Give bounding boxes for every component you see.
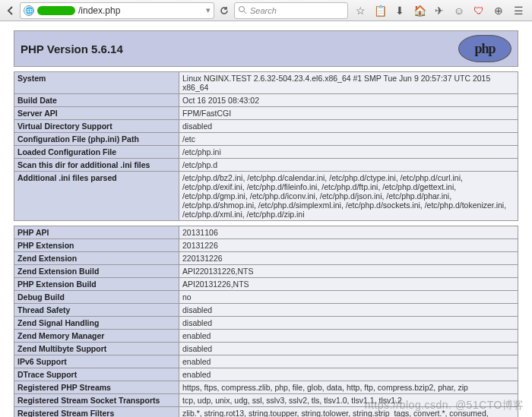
star-icon[interactable]: ☆	[354, 5, 366, 17]
url-redacted	[37, 6, 75, 15]
config-key: Scan this dir for additional .ini files	[14, 159, 179, 172]
config-key: PHP API	[14, 226, 179, 239]
config-value: disabled	[179, 304, 518, 317]
table-row: Server APIFPM/FastCGI	[14, 107, 518, 120]
config-value: disabled	[179, 317, 518, 330]
search-placeholder: Search	[250, 6, 277, 15]
config-value: Oct 16 2015 08:43:02	[179, 94, 518, 107]
table-row: Zend Multibyte Supportdisabled	[14, 343, 518, 355]
download-icon[interactable]: ⬇	[394, 5, 406, 17]
config-key: Zend Multibyte Support	[14, 343, 179, 355]
config-value: disabled	[179, 120, 518, 133]
table-row: IPv6 Supportenabled	[14, 355, 518, 368]
table-row: Virtual Directory Supportdisabled	[14, 120, 518, 133]
config-key: System	[14, 72, 179, 94]
send-icon[interactable]: ✈	[433, 5, 445, 17]
menu-icon[interactable]: ☰	[512, 5, 524, 17]
clipboard-icon[interactable]: 📋	[374, 5, 386, 17]
config-value: 20131106	[179, 226, 518, 239]
config-key: Thread Safety	[14, 304, 179, 317]
table-row: Zend Extension220131226	[14, 252, 518, 265]
table-row: Configuration File (php.ini) Path/etc	[14, 133, 518, 146]
table-row: Zend Memory Managerenabled	[14, 330, 518, 343]
table-row: Zend Extension BuildAPI220131226,NTS	[14, 265, 518, 278]
page-content: PHP Version 5.6.14 php SystemLinux NGINX…	[0, 30, 532, 417]
toolbar-icons: ☆ 📋 ⬇ 🏠 ✈ ☺ 🛡 ⊕ ☰	[350, 5, 529, 17]
config-key: Zend Signal Handling	[14, 317, 179, 330]
config-value: disabled	[179, 343, 518, 355]
table-row: Loaded Configuration File/etc/php.ini	[14, 146, 518, 159]
config-key: Zend Extension	[14, 252, 179, 265]
watermark: https://blog.csdn. @51CTO博客	[365, 399, 524, 412]
addon-icon[interactable]: ⊕	[492, 5, 505, 17]
config-value: enabled	[179, 330, 518, 343]
config-key: Server API	[14, 107, 179, 120]
config-key: Debug Build	[14, 291, 179, 304]
page-title: PHP Version 5.6.14	[21, 43, 123, 55]
config-value: enabled	[179, 368, 518, 381]
config-key: Zend Memory Manager	[14, 330, 179, 343]
table-row: DTrace Supportenabled	[14, 368, 518, 381]
face-icon[interactable]: ☺	[453, 5, 465, 17]
info-table-1: SystemLinux NGINX.TEST 2.6.32-504.23.4.e…	[14, 71, 518, 221]
config-key: Zend Extension Build	[14, 265, 179, 278]
reload-button[interactable]	[216, 5, 233, 16]
config-value: API20131226,NTS	[179, 278, 518, 291]
php-logo: php	[458, 35, 511, 62]
config-value: /etc/php.d	[179, 159, 518, 172]
shield-icon[interactable]: 🛡	[473, 5, 485, 17]
url-text: /index.php	[78, 5, 120, 16]
config-value: 20131226	[179, 239, 518, 252]
svg-line-1	[244, 11, 246, 14]
config-key: Loaded Configuration File	[14, 146, 179, 159]
table-row: Registered PHP Streamshttps, ftps, compr…	[14, 381, 518, 394]
config-key: PHP Extension	[14, 239, 179, 252]
url-bar[interactable]: 🌐 /index.php ▾	[20, 2, 214, 19]
config-value: API220131226,NTS	[179, 265, 518, 278]
config-value: enabled	[179, 355, 518, 368]
search-icon	[238, 5, 247, 16]
table-row: Debug Buildno	[14, 291, 518, 304]
table-row: PHP API20131106	[14, 226, 518, 239]
config-key: DTrace Support	[14, 368, 179, 381]
table-row: SystemLinux NGINX.TEST 2.6.32-504.23.4.e…	[14, 72, 518, 94]
home-icon[interactable]: 🏠	[413, 5, 426, 17]
table-row: Zend Signal Handlingdisabled	[14, 317, 518, 330]
dropdown-icon[interactable]: ▾	[206, 5, 211, 15]
table-row: Additional .ini files parsed/etc/php.d/b…	[14, 172, 518, 221]
config-key: IPv6 Support	[14, 355, 179, 368]
table-row: PHP Extension BuildAPI20131226,NTS	[14, 278, 518, 291]
config-value: /etc	[179, 133, 518, 146]
config-key: Registered PHP Streams	[14, 381, 179, 394]
table-row: Build DateOct 16 2015 08:43:02	[14, 94, 518, 107]
config-value: no	[179, 291, 518, 304]
info-table-2: PHP API20131106PHP Extension20131226Zend…	[14, 226, 518, 417]
table-row: Scan this dir for additional .ini files/…	[14, 159, 518, 172]
config-key: Registered Stream Socket Transports	[14, 394, 179, 407]
config-value: Linux NGINX.TEST 2.6.32-504.23.4.el6.x86…	[179, 72, 518, 94]
config-key: Build Date	[14, 94, 179, 107]
config-key: Virtual Directory Support	[14, 120, 179, 133]
config-value: 220131226	[179, 252, 518, 265]
browser-toolbar: 🌐 /index.php ▾ Search ☆ 📋 ⬇ 🏠 ✈ ☺ 🛡 ⊕ ☰	[0, 0, 532, 21]
config-value: https, ftps, compress.zlib, php, file, g…	[179, 381, 518, 394]
config-value: FPM/FastCGI	[179, 107, 518, 120]
table-row: Thread Safetydisabled	[14, 304, 518, 317]
config-value: /etc/php.ini	[179, 146, 518, 159]
config-key: Configuration File (php.ini) Path	[14, 133, 179, 146]
config-key: Registered Stream Filters	[14, 407, 179, 418]
svg-point-0	[239, 6, 245, 11]
search-bar[interactable]: Search	[234, 2, 348, 19]
globe-icon: 🌐	[24, 5, 34, 16]
back-button[interactable]	[3, 3, 18, 18]
config-value: /etc/php.d/bz2.ini, /etc/php.d/calendar.…	[179, 172, 518, 221]
table-row: PHP Extension20131226	[14, 239, 518, 252]
phpinfo-header: PHP Version 5.6.14 php	[14, 30, 518, 67]
config-key: PHP Extension Build	[14, 278, 179, 291]
config-key: Additional .ini files parsed	[14, 172, 179, 221]
